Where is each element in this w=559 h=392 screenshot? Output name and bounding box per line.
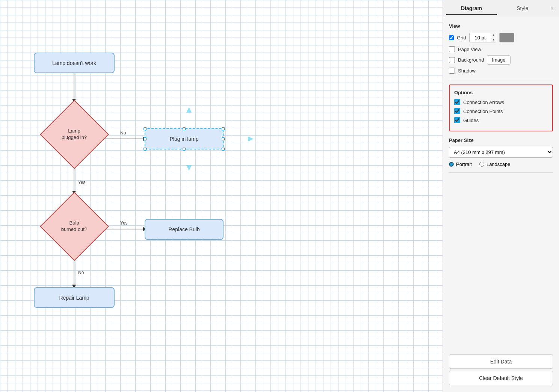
options-section-label: Options xyxy=(454,90,548,95)
svg-text:Yes: Yes xyxy=(78,180,86,185)
node-bulb-burned-out[interactable]: Bulb burned out? xyxy=(38,193,111,259)
panel-content: View Grid ▲ ▼ Page View Background Image xyxy=(443,17,559,352)
options-section: Options Connection Arrows Connection Poi… xyxy=(449,84,553,131)
connection-arrows-checkbox[interactable] xyxy=(454,99,460,105)
landscape-label: Landscape xyxy=(486,161,511,167)
svg-marker-14 xyxy=(186,107,192,113)
shadow-label[interactable]: Shadow xyxy=(458,68,476,74)
handle-tl[interactable] xyxy=(144,127,147,130)
connection-arrows-label[interactable]: Connection Arrows xyxy=(463,100,504,105)
portrait-radio-label[interactable]: Portrait xyxy=(449,161,472,167)
guides-row: Guides xyxy=(454,117,548,123)
spin-buttons: ▲ ▼ xyxy=(491,33,497,42)
connection-points-label[interactable]: Connection Points xyxy=(463,109,503,114)
orientation-row: Portrait Landscape xyxy=(449,161,553,167)
svg-text:No: No xyxy=(120,130,126,136)
connection-points-row: Connection Points xyxy=(454,108,548,114)
guides-label[interactable]: Guides xyxy=(463,118,479,123)
grid-color-picker[interactable] xyxy=(499,33,514,42)
shadow-checkbox[interactable] xyxy=(449,68,455,74)
right-panel: Diagram Style × View Grid ▲ ▼ xyxy=(443,0,559,392)
svg-marker-16 xyxy=(248,136,254,142)
tab-bar: Diagram Style × xyxy=(443,0,559,17)
edit-data-button[interactable]: Edit Data xyxy=(449,354,553,369)
connection-points-checkbox[interactable] xyxy=(454,108,460,114)
svg-text:Yes: Yes xyxy=(120,220,128,226)
portrait-radio[interactable] xyxy=(449,162,454,167)
page-view-label[interactable]: Page View xyxy=(458,47,481,52)
canvas[interactable]: No Yes Yes No Lamp doesn't work Lamp plu… xyxy=(0,0,443,392)
node-plug-in-lamp[interactable]: Plug in lamp xyxy=(145,128,224,149)
svg-text:No: No xyxy=(78,270,84,275)
paper-size-select[interactable]: A4 (210 mm x 297 mm) xyxy=(449,147,553,158)
handle-ml[interactable] xyxy=(144,137,147,140)
handle-mr[interactable] xyxy=(222,137,225,140)
handle-tm[interactable] xyxy=(183,127,186,130)
spin-up-button[interactable]: ▲ xyxy=(491,33,496,38)
tab-diagram[interactable]: Diagram xyxy=(446,2,497,15)
image-button[interactable]: Image xyxy=(487,55,510,65)
handle-br[interactable] xyxy=(222,148,225,151)
grid-value-input-wrap: ▲ ▼ xyxy=(469,33,497,42)
grid-row: Grid ▲ ▼ xyxy=(449,33,553,42)
grid-label[interactable]: Grid xyxy=(457,35,466,41)
spin-down-button[interactable]: ▼ xyxy=(491,38,496,42)
node-replace-bulb[interactable]: Replace Bulb xyxy=(145,219,224,240)
page-view-row: Page View xyxy=(449,46,553,52)
handle-bm[interactable] xyxy=(183,148,186,151)
node-repair-lamp[interactable]: Repair Lamp xyxy=(34,287,115,308)
background-row: Background Image xyxy=(449,55,553,65)
grid-checkbox[interactable] xyxy=(449,35,454,40)
grid-pt-input[interactable] xyxy=(469,33,491,42)
handle-tr[interactable] xyxy=(222,127,225,130)
handle-bl[interactable] xyxy=(144,148,147,151)
divider-2 xyxy=(449,172,553,173)
page-view-checkbox[interactable] xyxy=(449,46,455,52)
tab-style[interactable]: Style xyxy=(497,2,548,15)
connection-arrows-row: Connection Arrows xyxy=(454,99,548,105)
background-label[interactable]: Background xyxy=(458,57,484,63)
view-section-label: View xyxy=(449,23,553,29)
landscape-radio[interactable] xyxy=(479,162,484,167)
panel-bottom: Edit Data Clear Default Style xyxy=(443,352,559,392)
landscape-radio-label[interactable]: Landscape xyxy=(479,161,511,167)
portrait-label: Portrait xyxy=(456,161,472,167)
node-lamp-plugged-in[interactable]: Lamp plugged in? xyxy=(38,101,111,167)
close-panel-button[interactable]: × xyxy=(548,4,556,14)
background-checkbox[interactable] xyxy=(449,57,455,63)
divider-1 xyxy=(449,79,553,79)
clear-default-style-button[interactable]: Clear Default Style xyxy=(449,371,553,385)
svg-marker-15 xyxy=(186,165,192,171)
guides-checkbox[interactable] xyxy=(454,117,460,123)
shadow-row: Shadow xyxy=(449,68,553,74)
paper-size-section-label: Paper Size xyxy=(449,137,553,143)
node-lamp-doesnt-work[interactable]: Lamp doesn't work xyxy=(34,53,115,73)
